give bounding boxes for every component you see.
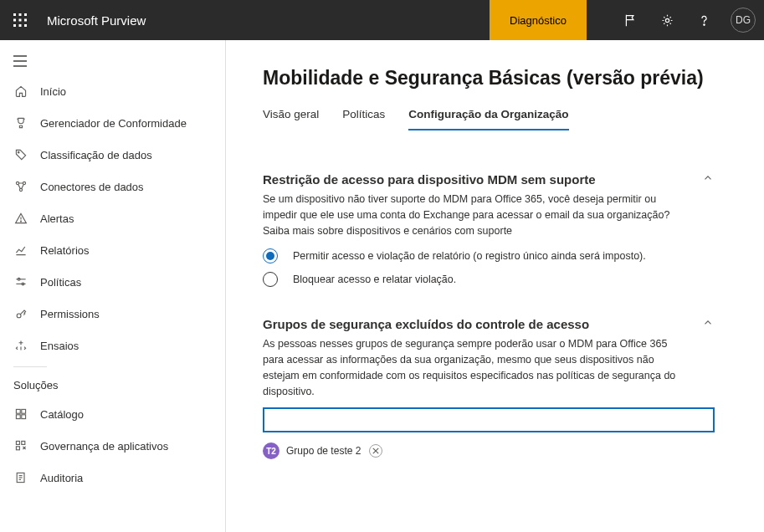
sidebar-item-audit[interactable]: Auditoria <box>0 462 225 494</box>
svg-rect-3 <box>13 19 16 22</box>
sidebar-item-label: Auditoria <box>40 472 83 484</box>
catalog-icon <box>13 407 28 422</box>
svg-rect-2 <box>24 13 27 16</box>
svg-rect-7 <box>19 24 22 27</box>
sliders-icon <box>13 274 28 289</box>
radio-block-access[interactable]: Bloquear acesso e relatar violação. <box>263 272 727 287</box>
sidebar-divider <box>13 366 47 367</box>
sidebar-item-app-governance[interactable]: Governança de aplicativos <box>0 430 225 462</box>
chip-label: Grupo de teste 2 <box>286 445 361 457</box>
sidebar-item-label: Catálogo <box>40 408 84 421</box>
svg-rect-5 <box>24 19 27 22</box>
section-desc: Se um dispositivo não tiver suporte do M… <box>263 192 690 238</box>
diagnostic-button[interactable]: Diagnóstico <box>490 0 587 40</box>
svg-rect-30 <box>22 441 25 444</box>
svg-point-10 <box>703 23 704 24</box>
svg-point-17 <box>19 188 22 191</box>
chevron-up-icon[interactable] <box>702 172 719 189</box>
tag-icon <box>13 147 28 162</box>
sidebar-item-label: Políticas <box>40 276 81 289</box>
excluded-groups-input[interactable] <box>263 407 715 432</box>
svg-rect-8 <box>24 24 27 27</box>
sidebar-item-label: Governança de aplicativos <box>40 440 168 453</box>
gear-icon[interactable] <box>649 0 685 40</box>
sidebar-item-label: Início <box>40 85 66 98</box>
main-content: Mobilidade e Segurança Básicas (versão p… <box>226 40 764 532</box>
svg-rect-4 <box>19 19 22 22</box>
svg-rect-27 <box>16 415 20 419</box>
page-title: Mobilidade e Segurança Básicas (versão p… <box>263 67 727 90</box>
flag-icon[interactable] <box>612 0 649 40</box>
sparkle-icon <box>13 338 28 353</box>
tab-org-config[interactable]: Configuração da Organização <box>408 108 568 130</box>
audit-icon <box>13 470 28 485</box>
tab-policies[interactable]: Políticas <box>342 108 385 130</box>
sidebar-item-label: Relatórios <box>40 244 90 257</box>
radio-allow-access[interactable]: Permitir acesso e violação de relatório … <box>263 248 727 263</box>
sidebar-item-permissions[interactable]: Permissions <box>0 298 225 330</box>
top-bar: Microsoft Purview Diagnóstico DG <box>0 0 764 40</box>
alert-icon <box>13 211 28 226</box>
brand-title: Microsoft Purview <box>47 13 146 28</box>
avatar[interactable]: DG <box>731 8 756 33</box>
section-access-restriction: Restrição de acesso para dispositivo MDM… <box>263 172 727 287</box>
sidebar-item-trials[interactable]: Ensaios <box>0 330 225 361</box>
svg-rect-25 <box>16 409 20 413</box>
sidebar-item-label: Classificação de dados <box>40 149 152 161</box>
sidebar-item-catalog[interactable]: Catálogo <box>0 398 225 430</box>
sidebar-toggle-icon[interactable] <box>0 47 225 75</box>
radio-icon <box>263 248 278 263</box>
sidebar-item-alerts[interactable]: Alertas <box>0 202 225 234</box>
section-excluded-groups: Grupos de segurança excluídos do control… <box>263 317 727 459</box>
radio-label: Permitir acesso e violação de relatório … <box>293 250 646 262</box>
sidebar-group-label: Soluções <box>0 374 225 398</box>
svg-point-19 <box>21 221 22 222</box>
section-title: Grupos de segurança excluídos do control… <box>263 317 702 331</box>
svg-point-9 <box>665 18 669 22</box>
key-icon <box>13 306 28 321</box>
sidebar-item-label: Ensaios <box>40 340 79 352</box>
help-icon[interactable] <box>685 0 722 40</box>
section-desc: As pessoas nesses grupos de segurança se… <box>263 336 690 399</box>
sidebar-item-reports[interactable]: Relatórios <box>0 234 225 266</box>
tab-overview[interactable]: Visão geral <box>263 108 319 130</box>
sidebar-item-home[interactable]: Início <box>0 75 225 107</box>
svg-rect-26 <box>22 409 26 413</box>
tab-bar: Visão geral Políticas Configuração da Or… <box>263 108 727 130</box>
chip-avatar: T2 <box>263 442 279 459</box>
svg-point-15 <box>16 182 18 184</box>
sidebar-item-data-connectors[interactable]: Conectores de dados <box>0 171 225 202</box>
sidebar: Início Gerenciador de Conformidade Class… <box>0 40 226 532</box>
sidebar-item-label: Gerenciador de Conformidade <box>40 117 187 130</box>
governance-icon <box>13 438 28 453</box>
trophy-icon <box>13 115 28 130</box>
sidebar-item-policies[interactable]: Políticas <box>0 266 225 298</box>
sidebar-item-label: Permissions <box>40 308 100 320</box>
reports-icon <box>13 243 28 258</box>
chip-remove-icon[interactable] <box>369 444 382 458</box>
svg-rect-1 <box>19 13 22 16</box>
svg-rect-6 <box>13 24 16 27</box>
svg-point-16 <box>23 182 25 184</box>
section-title: Restrição de acesso para dispositivo MDM… <box>263 172 702 187</box>
app-launcher-icon[interactable] <box>0 0 40 40</box>
sidebar-item-label: Alertas <box>40 212 74 225</box>
radio-icon <box>263 272 278 287</box>
chevron-up-icon[interactable] <box>702 317 719 334</box>
svg-point-14 <box>18 151 19 153</box>
radio-label: Bloquear acesso e relatar violação. <box>293 274 456 285</box>
sidebar-item-data-classification[interactable]: Classificação de dados <box>0 139 225 171</box>
svg-rect-0 <box>13 13 16 16</box>
svg-rect-31 <box>16 447 19 450</box>
sidebar-item-compliance-manager[interactable]: Gerenciador de Conformidade <box>0 107 225 139</box>
group-chip: T2 Grupo de teste 2 <box>263 442 727 459</box>
sidebar-item-label: Conectores de dados <box>40 181 144 193</box>
svg-rect-28 <box>22 415 26 419</box>
home-icon <box>13 84 28 99</box>
svg-rect-29 <box>16 441 19 444</box>
connectors-icon <box>13 179 28 194</box>
